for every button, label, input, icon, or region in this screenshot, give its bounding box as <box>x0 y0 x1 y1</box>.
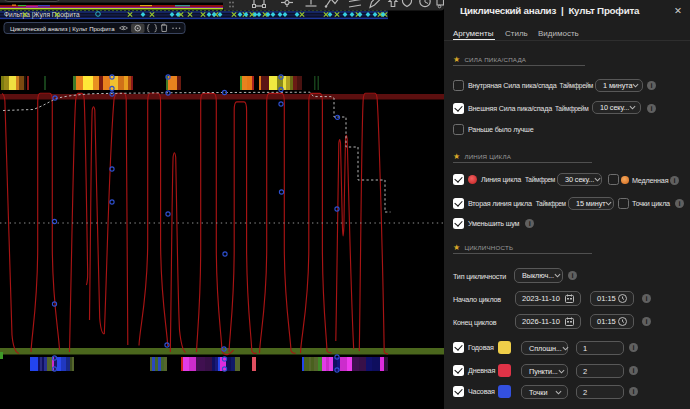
svg-text:Циклический анализ | Культ П: Циклический анализ | Культ Профита <box>10 26 115 32</box>
svg-text:Фильтра |Жуля Профита: Фильтра |Жуля Профита <box>4 11 80 19</box>
